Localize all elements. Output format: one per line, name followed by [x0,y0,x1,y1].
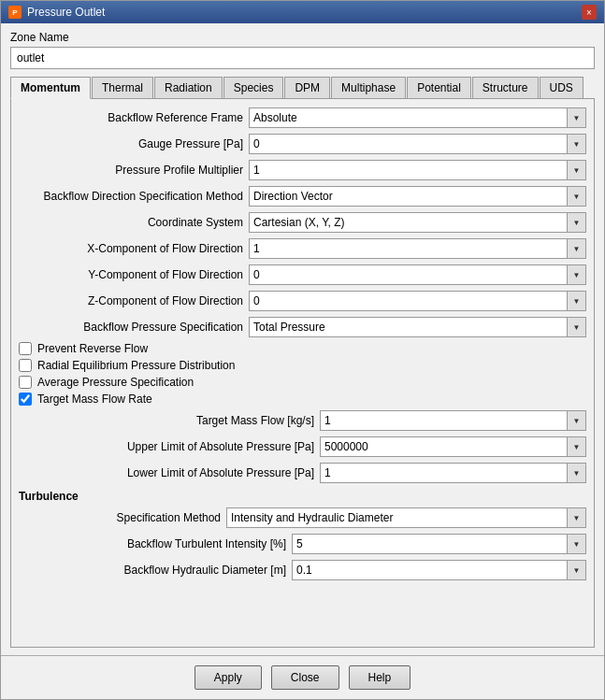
target-mass-flow-dropdown[interactable]: ▼ [568,410,586,431]
hydraulic-diameter-dropdown[interactable]: ▼ [568,560,586,580]
zone-name-label: Zone Name [10,31,595,44]
upper-limit-input[interactable] [320,436,568,457]
tab-species[interactable]: Species [223,77,284,98]
title-bar-left: P Pressure Outlet [8,6,105,19]
tab-structure[interactable]: Structure [472,77,539,98]
tab-thermal[interactable]: Thermal [92,77,153,98]
pressure-profile-label: Pressure Profile Multiplier [19,164,243,177]
x-component-input-container: ▼ [249,238,586,259]
apply-button[interactable]: Apply [194,665,262,690]
turbulent-intensity-dropdown[interactable]: ▼ [568,534,586,554]
gauge-pressure-label: Gauge Pressure [Pa] [19,137,243,150]
help-button[interactable]: Help [349,665,411,690]
z-component-label: Z-Component of Flow Direction [19,294,243,307]
upper-limit-label: Upper Limit of Absolute Pressure [Pa] [34,440,314,453]
turbulent-intensity-input[interactable] [292,534,568,554]
turbulent-intensity-row: Backflow Turbulent Intensity [%] ▼ [34,533,586,555]
target-mass-flow-checkbox[interactable] [19,393,32,406]
tab-radiation[interactable]: Radiation [154,77,223,98]
backflow-ref-frame-input[interactable] [249,107,568,128]
turbulence-spec-method-input[interactable] [226,507,568,528]
gauge-pressure-input[interactable] [249,134,568,154]
backflow-dir-spec-dropdown[interactable]: ▼ [568,186,586,207]
pressure-profile-input-container: ▼ [249,160,586,180]
y-component-row: Y-Component of Flow Direction ▼ [19,264,586,286]
radial-equilibrium-row: Radial Equilibrium Pressure Distribution [19,359,586,372]
radial-equilibrium-checkbox[interactable] [19,359,32,372]
y-component-input[interactable] [249,264,568,285]
x-component-input[interactable] [249,238,568,259]
z-component-dropdown[interactable]: ▼ [568,291,586,311]
gauge-pressure-dropdown[interactable]: ▼ [568,134,586,154]
coordinate-system-dropdown[interactable]: ▼ [568,212,586,233]
tab-dpm[interactable]: DPM [284,77,330,98]
y-component-dropdown[interactable]: ▼ [568,264,586,285]
lower-limit-label: Lower Limit of Absolute Pressure [Pa] [34,466,314,479]
tab-bar: Momentum Thermal Radiation Species DPM M… [10,77,595,99]
turbulence-spec-method-dropdown[interactable]: ▼ [568,507,586,528]
backflow-pressure-spec-row: Backflow Pressure Specification ▼ [19,316,586,338]
average-pressure-label: Average Pressure Specification [37,376,194,389]
x-component-label: X-Component of Flow Direction [19,242,243,255]
x-component-dropdown[interactable]: ▼ [568,238,586,259]
z-component-input[interactable] [249,291,568,311]
average-pressure-checkbox[interactable] [19,376,32,389]
backflow-pressure-spec-dropdown[interactable]: ▼ [568,317,586,337]
lower-limit-row: Lower Limit of Absolute Pressure [Pa] ▼ [34,462,586,484]
target-mass-flow-value-input[interactable] [320,410,568,431]
footer: Apply Close Help [1,655,604,699]
pressure-profile-dropdown[interactable]: ▼ [568,160,586,180]
turbulent-intensity-label: Backflow Turbulent Intensity [%] [34,537,286,550]
hydraulic-diameter-row: Backflow Hydraulic Diameter [m] ▼ [34,559,586,581]
tab-multiphase[interactable]: Multiphase [331,77,406,98]
lower-limit-dropdown[interactable]: ▼ [568,463,586,483]
turbulence-spec-method-input-container: ▼ [226,507,586,528]
x-component-row: X-Component of Flow Direction ▼ [19,237,586,260]
pressure-outlet-window: P Pressure Outlet × Zone Name Momentum T… [0,0,605,700]
backflow-ref-frame-label: Backflow Reference Frame [19,111,243,124]
target-mass-flow-value-input-container: ▼ [320,410,586,431]
window-close-button[interactable]: × [582,5,597,20]
target-mass-flow-value-row: Target Mass Flow [kg/s] ▼ [34,409,586,432]
turbulence-section: Specification Method ▼ Backflow Turbulen… [34,507,586,581]
backflow-dir-spec-input-container: ▼ [249,186,586,207]
coordinate-system-input[interactable] [249,212,568,233]
gauge-pressure-input-container: ▼ [249,134,586,154]
backflow-pressure-spec-input-container: ▼ [249,317,586,337]
backflow-ref-frame-input-container: ▼ [249,107,586,128]
backflow-pressure-spec-input[interactable] [249,317,568,337]
turbulence-spec-method-row: Specification Method ▼ [34,507,586,529]
hydraulic-diameter-label: Backflow Hydraulic Diameter [m] [34,564,286,577]
tab-content-momentum: Backflow Reference Frame ▼ Gauge Pressur… [10,99,595,648]
window-title: Pressure Outlet [27,6,105,19]
coordinate-system-input-container: ▼ [249,212,586,233]
upper-limit-dropdown[interactable]: ▼ [568,436,586,457]
title-bar: P Pressure Outlet × [1,1,604,23]
backflow-pressure-spec-label: Backflow Pressure Specification [19,321,243,334]
hydraulic-diameter-input-container: ▼ [292,560,586,580]
tab-momentum[interactable]: Momentum [10,77,91,99]
backflow-ref-frame-dropdown[interactable]: ▼ [568,107,586,128]
target-mass-flow-section: Target Mass Flow [kg/s] ▼ Upper Limit of… [34,409,586,484]
hydraulic-diameter-input[interactable] [292,560,568,580]
close-button[interactable]: Close [271,665,339,690]
upper-limit-row: Upper Limit of Absolute Pressure [Pa] ▼ [34,436,586,458]
tab-potential[interactable]: Potential [407,77,471,98]
pressure-profile-row: Pressure Profile Multiplier ▼ [19,159,586,181]
lower-limit-input[interactable] [320,463,568,483]
prevent-reverse-flow-checkbox[interactable] [19,342,32,355]
window-icon: P [8,6,22,19]
radial-equilibrium-label: Radial Equilibrium Pressure Distribution [37,359,235,372]
y-component-label: Y-Component of Flow Direction [19,268,243,281]
target-mass-flow-label: Target Mass Flow Rate [37,393,152,406]
backflow-dir-spec-label: Backflow Direction Specification Method [19,190,243,203]
tab-uds[interactable]: UDS [540,77,583,98]
target-mass-flow-row: Target Mass Flow Rate [19,393,586,406]
average-pressure-row: Average Pressure Specification [19,376,586,389]
y-component-input-container: ▼ [249,264,586,285]
turbulence-spec-method-label: Specification Method [34,511,221,524]
backflow-dir-spec-input[interactable] [249,186,568,207]
pressure-profile-input[interactable] [249,160,568,180]
target-mass-flow-value-label: Target Mass Flow [kg/s] [34,414,314,427]
zone-name-input[interactable] [10,47,595,69]
